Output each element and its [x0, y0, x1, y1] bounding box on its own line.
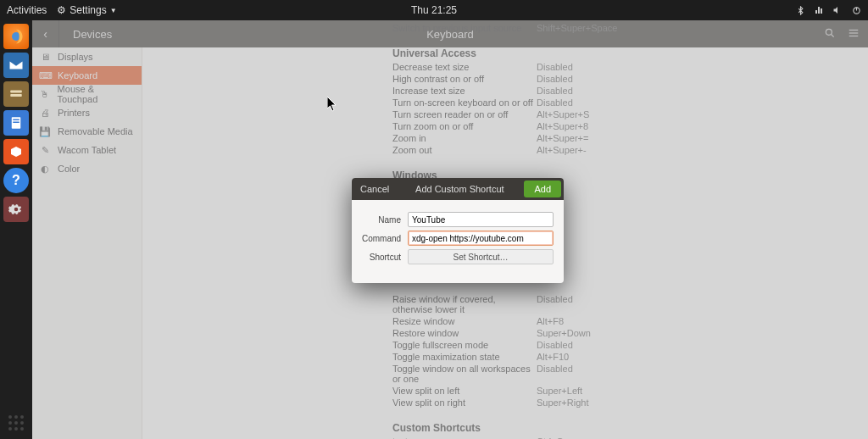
sidebar-icon: ✎ [39, 145, 51, 156]
svg-rect-3 [10, 94, 22, 97]
sidebar-item-printers[interactable]: 🖨Printers [32, 103, 142, 122]
power-icon[interactable] [851, 5, 861, 15]
shortcut-row[interactable]: High contrast on or offDisabled [392, 73, 664, 85]
dock-files[interactable] [3, 81, 29, 107]
shortcut-label: Zoom out [392, 145, 537, 155]
shortcut-label: High contrast on or off [392, 74, 537, 84]
settings-icon: ⚙ [57, 4, 66, 16]
network-icon[interactable] [814, 5, 824, 15]
shortcut-accel: Disabled [537, 74, 573, 84]
shortcut-label: Zoom in [392, 133, 537, 143]
command-label: Command [362, 234, 401, 243]
menu-icon[interactable] [848, 27, 860, 42]
shortcut-accel: Shift+Super+Space [537, 23, 617, 33]
top-panel: Activities ⚙ Settings ▼ Thu 21:25 [0, 0, 868, 20]
shortcut-row[interactable]: Resize windowAlt+F8 [392, 315, 664, 327]
shortcut-row[interactable]: Zoom outAlt+Super+- [392, 144, 664, 156]
sidebar-icon: 💾 [39, 126, 51, 137]
section-title: Universal Access [392, 42, 664, 61]
shortcut-accel: Alt+Super+- [537, 145, 587, 155]
sidebar-item-label: Color [58, 164, 80, 174]
shortcut-label: Switch to previous input source [392, 23, 537, 33]
app-menu[interactable]: ⚙ Settings ▼ [57, 4, 116, 16]
shortcut-row[interactable]: Turn zoom on or offAlt+Super+8 [392, 120, 664, 132]
sidebar-item-removable-media[interactable]: 💾Removable Media [32, 122, 142, 141]
section-title: Custom Shortcuts [392, 417, 664, 436]
shortcut-row[interactable]: Toggle fullscreen modeDisabled [392, 339, 664, 351]
shortcut-label: Turn on-screen keyboard on or off [392, 97, 537, 108]
shortcut-accel: Alt+Super+8 [537, 121, 588, 131]
dock-libreoffice[interactable] [3, 110, 29, 136]
show-applications[interactable] [8, 415, 24, 431]
shortcut-row[interactable]: Restore windowSuper+Down [392, 327, 664, 339]
svg-rect-2 [10, 91, 22, 93]
name-label: Name [362, 215, 401, 225]
shortcut-row[interactable]: Switch to previous input sourceShift+Sup… [392, 22, 664, 34]
chevron-down-icon: ▼ [110, 7, 117, 14]
sidebar-item-label: Mouse & Touchpad [58, 84, 135, 104]
dock-firefox[interactable] [3, 24, 29, 49]
volume-icon[interactable] [832, 5, 843, 15]
shortcut-row[interactable]: Raise window if covered, otherwise lower… [392, 293, 664, 315]
shortcut-label: Turn screen reader on or off [392, 109, 537, 119]
shortcut-accel: Disabled [537, 340, 573, 350]
bluetooth-icon[interactable] [795, 5, 805, 15]
sidebar-icon: 🖨 [39, 108, 51, 118]
shortcut-accel: Super+Right [537, 397, 588, 408]
shortcut-label: Raise window if covered, otherwise lower… [392, 294, 537, 314]
sidebar-item-mouse-touchpad[interactable]: 🖱Mouse & Touchpad [32, 85, 142, 103]
search-icon[interactable] [824, 27, 836, 42]
sidebar-item-keyboard[interactable]: ⌨Keyboard [32, 66, 142, 85]
dock-help[interactable]: ? [3, 168, 29, 193]
set-shortcut-button[interactable]: Set Shortcut… [408, 249, 554, 264]
shortcut-label: Toggle fullscreen mode [392, 340, 537, 350]
shortcut-label: Shortcut [362, 253, 401, 262]
shortcut-row[interactable]: Turn on-screen keyboard on or offDisable… [392, 97, 664, 108]
shortcut-label: Turn zoom on or off [392, 121, 537, 131]
sidebar-icon: ◐ [39, 164, 51, 175]
shortcut-row[interactable]: View split on leftSuper+Left [392, 385, 664, 397]
dock-settings[interactable] [3, 197, 29, 222]
svg-rect-9 [849, 32, 859, 33]
shortcut-accel: Alt+Super+S [537, 109, 589, 119]
shortcut-accel: Super+Down [537, 328, 591, 338]
sidebar-item-wacom-tablet[interactable]: ✎Wacom Tablet [32, 141, 142, 159]
shortcut-row[interactable]: Toggle maximization stateAlt+F10 [392, 351, 664, 363]
svg-rect-6 [13, 122, 19, 124]
shortcut-label: Restore window [392, 328, 537, 338]
sidebar-item-displays[interactable]: 🖥Displays [32, 47, 142, 66]
name-input[interactable] [408, 212, 554, 227]
cancel-button[interactable]: Cancel [352, 178, 398, 200]
svg-rect-10 [849, 35, 859, 36]
sidebar-item-label: Wacom Tablet [58, 145, 116, 155]
shortcut-accel: Disabled [537, 97, 573, 108]
shortcut-row[interactable]: Toggle window on all workspaces or oneDi… [392, 363, 664, 385]
shortcut-label: Toggle window on all workspaces or one [392, 364, 537, 384]
command-input[interactable] [408, 231, 554, 246]
back-button[interactable]: ‹ [32, 20, 59, 47]
sidebar-item-color[interactable]: ◐Color [32, 159, 142, 178]
svg-point-7 [826, 29, 832, 35]
shortcut-row[interactable]: Turn screen reader on or offAlt+Super+S [392, 108, 664, 120]
shortcut-accel: Alt+F8 [537, 316, 564, 326]
dock: ? [0, 20, 32, 439]
add-button[interactable]: Add [524, 181, 561, 197]
shortcut-row[interactable]: Zoom inAlt+Super+= [392, 132, 664, 144]
shortcut-row[interactable]: View split on rightSuper+Right [392, 397, 664, 408]
sidebar-item-label: Printers [58, 108, 90, 118]
shortcut-label: View split on right [392, 397, 537, 408]
dock-software[interactable] [3, 139, 29, 164]
shortcut-label: Resize window [392, 316, 537, 326]
shortcut-accel: Disabled [537, 62, 573, 72]
clock[interactable]: Thu 21:25 [411, 4, 457, 16]
shortcut-row[interactable]: Decrease text sizeDisabled [392, 61, 664, 73]
devices-sidebar: 🖥Displays⌨Keyboard🖱Mouse & Touchpad🖨Prin… [32, 47, 142, 439]
sidebar-item-label: Keyboard [58, 70, 97, 81]
svg-rect-5 [13, 119, 19, 121]
shortcut-row[interactable]: Increase text sizeDisabled [392, 85, 664, 97]
dock-thunderbird[interactable] [3, 53, 29, 78]
activities-button[interactable]: Activities [7, 4, 47, 16]
sidebar-icon: 🖱 [39, 89, 51, 99]
shortcut-row[interactable]: testCtrl+C [392, 436, 664, 439]
sidebar-icon: 🖥 [39, 52, 51, 62]
